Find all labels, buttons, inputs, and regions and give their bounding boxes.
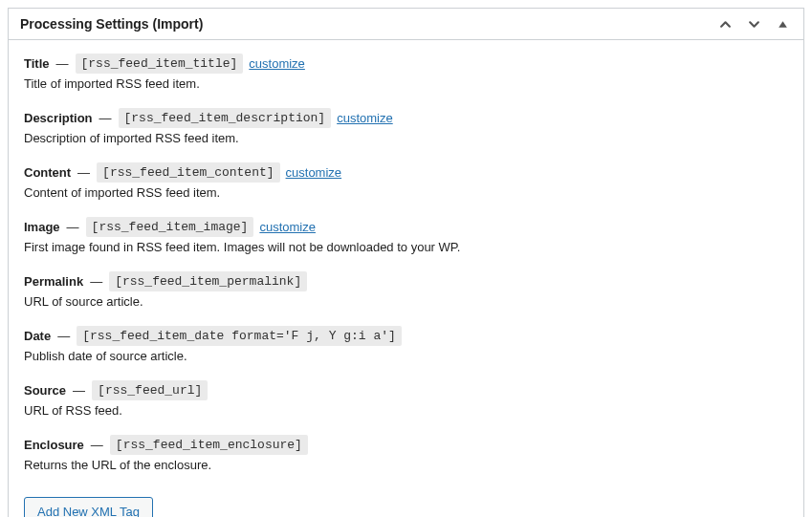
field-token[interactable]: [rss_feed_item_title] [76, 54, 244, 74]
field-row: Description — [rss_feed_item_description… [24, 108, 788, 128]
field-row: Title — [rss_feed_item_title] customize [24, 54, 788, 74]
field-token[interactable]: [rss_feed_url] [92, 380, 208, 400]
field-row: Permalink — [rss_feed_item_permalink] [24, 271, 788, 291]
field-row: Source — [rss_feed_url] [24, 380, 788, 400]
panel-header: Processing Settings (Import) [9, 9, 803, 40]
field-date: Date — [rss_feed_item_date format='F j, … [24, 326, 788, 363]
field-source: Source — [rss_feed_url] URL of RSS feed. [24, 380, 788, 418]
field-label: Image [24, 220, 60, 234]
dash: — [55, 56, 70, 71]
svg-marker-0 [779, 21, 787, 28]
field-row: Enclosure — [rss_feed_item_enclosure] [24, 435, 788, 455]
dash: — [56, 329, 71, 343]
dash: — [90, 438, 104, 452]
field-title: Title — [rss_feed_item_title] customize … [24, 54, 788, 91]
field-desc: URL of source article. [24, 294, 788, 309]
field-token[interactable]: [rss_feed_item_enclosure] [110, 435, 308, 455]
collapse-toggle-icon[interactable] [773, 14, 792, 33]
field-token[interactable]: [rss_feed_item_description] [119, 108, 332, 128]
move-up-icon[interactable] [715, 14, 735, 33]
field-desc: Returns the URL of the enclosure. [24, 458, 788, 472]
customize-link[interactable]: customize [286, 165, 342, 180]
field-description: Description — [rss_feed_item_description… [24, 108, 788, 145]
field-permalink: Permalink — [rss_feed_item_permalink] UR… [24, 271, 788, 309]
dash: — [77, 165, 91, 180]
field-row: Date — [rss_feed_item_date format='F j, … [24, 326, 788, 346]
field-image: Image — [rss_feed_item_image] customize … [24, 217, 788, 254]
field-label: Content [24, 165, 71, 180]
field-token[interactable]: [rss_feed_item_permalink] [109, 271, 307, 291]
panel-body: Title — [rss_feed_item_title] customize … [9, 40, 803, 517]
field-label: Date [24, 329, 51, 343]
field-desc: First image found in RSS feed item. Imag… [24, 240, 788, 254]
field-label: Description [24, 111, 93, 125]
field-token[interactable]: [rss_feed_item_image] [86, 217, 254, 237]
processing-settings-panel: Processing Settings (Import) Title — [rs… [8, 8, 804, 517]
dash: — [89, 274, 103, 289]
field-desc: Publish date of source article. [24, 349, 788, 363]
add-new-xml-tag-button[interactable]: Add New XML Tag [24, 497, 153, 517]
field-token[interactable]: [rss_feed_item_date format='F j, Y g:i a… [77, 326, 402, 346]
panel-title: Processing Settings (Import) [20, 16, 203, 32]
field-enclosure: Enclosure — [rss_feed_item_enclosure] Re… [24, 435, 788, 472]
field-label: Permalink [24, 274, 83, 289]
field-label: Enclosure [24, 438, 84, 452]
dash: — [66, 220, 80, 234]
field-label: Source [24, 383, 66, 398]
field-desc: Title of imported RSS feed item. [24, 76, 788, 91]
customize-link[interactable]: customize [337, 111, 393, 125]
customize-link[interactable]: customize [249, 56, 305, 71]
customize-link[interactable]: customize [259, 220, 316, 234]
dash: — [99, 111, 113, 125]
field-token[interactable]: [rss_feed_item_content] [97, 162, 279, 183]
field-desc: Content of imported RSS feed item. [24, 185, 788, 200]
field-desc: URL of RSS feed. [24, 403, 788, 418]
field-content: Content — [rss_feed_item_content] custom… [24, 162, 788, 200]
field-desc: Description of imported RSS feed item. [24, 131, 788, 145]
panel-controls [715, 14, 792, 33]
move-down-icon[interactable] [744, 14, 763, 33]
dash: — [72, 383, 86, 398]
field-row: Image — [rss_feed_item_image] customize [24, 217, 788, 237]
field-label: Title [24, 56, 50, 71]
field-row: Content — [rss_feed_item_content] custom… [24, 162, 788, 183]
